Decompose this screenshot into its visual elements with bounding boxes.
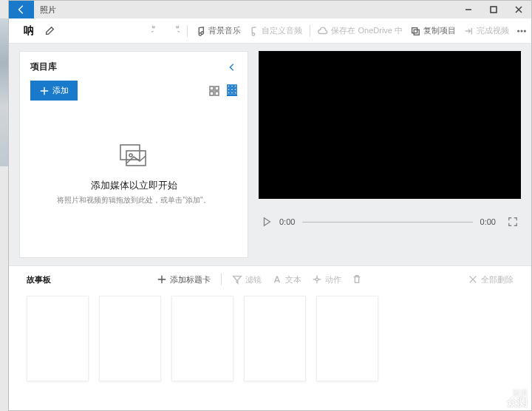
storyboard-card[interactable] <box>99 296 161 381</box>
delete-all-button[interactable]: 全部删除 <box>468 274 514 285</box>
plus-icon <box>39 86 50 96</box>
library-empty-state: 添加媒体以立即开始 将照片和视频剪辑拖放到此处，或单击"添加"。 <box>30 101 237 248</box>
empty-subtitle: 将照片和视频剪辑拖放到此处，或单击"添加"。 <box>57 195 210 206</box>
text-button[interactable]: 文本 <box>272 274 301 285</box>
app-title: 照片 <box>40 4 56 16</box>
svg-rect-6 <box>210 86 214 90</box>
copy-icon <box>410 26 420 36</box>
svg-rect-2 <box>414 30 419 35</box>
collapse-button[interactable] <box>227 62 237 72</box>
fullscreen-button[interactable] <box>508 217 518 227</box>
storyboard-card[interactable] <box>316 296 378 381</box>
add-button[interactable]: 添加 <box>30 81 78 101</box>
more-icon <box>516 26 527 36</box>
svg-rect-14 <box>231 88 233 90</box>
view-large-button[interactable] <box>209 86 219 96</box>
storyboard-panel: 故事板 添加标题卡 滤镜 文本 动作 全部删除 <box>9 265 531 410</box>
svg-point-21 <box>129 154 132 157</box>
redo-button[interactable] <box>169 26 180 36</box>
titlebar: 照片 <box>9 1 531 18</box>
delete-button[interactable] <box>352 274 362 285</box>
svg-rect-8 <box>210 92 214 95</box>
save-onedrive-button[interactable]: 保存在 OneDrive 中 <box>318 25 403 36</box>
svg-rect-9 <box>215 92 219 95</box>
filter-button[interactable]: 滤镜 <box>232 274 262 285</box>
storyboard-cards <box>27 296 514 381</box>
svg-rect-17 <box>231 92 233 94</box>
finish-video-button[interactable]: 完成视频 <box>463 25 509 36</box>
total-time: 0:00 <box>480 217 496 226</box>
svg-rect-11 <box>231 85 233 87</box>
body: 项目库 添加 添加媒体以立即开始 将照片和视频剪辑拖放 <box>9 44 531 410</box>
player-controls: 0:00 0:00 <box>259 217 521 227</box>
back-button[interactable] <box>9 1 34 18</box>
storyboard-title: 故事板 <box>27 274 51 285</box>
cloud-icon <box>318 26 328 36</box>
library-panel: 项目库 添加 添加媒体以立即开始 将照片和视频剪辑拖放 <box>19 51 248 258</box>
add-title-card-button[interactable]: 添加标题卡 <box>157 274 211 285</box>
storyboard-card[interactable] <box>171 296 233 381</box>
copy-project-button[interactable]: 复制项目 <box>410 25 456 36</box>
toolbar: 呐 背景音乐 自定义音频 保存在 OneDrive 中 复制项目 完成视频 <box>9 18 531 44</box>
music-icon <box>195 26 205 36</box>
svg-rect-1 <box>412 27 417 33</box>
separator <box>221 274 222 285</box>
svg-rect-13 <box>228 88 230 90</box>
trash-icon <box>352 274 362 285</box>
svg-point-3 <box>518 30 519 32</box>
svg-rect-15 <box>234 88 236 90</box>
storyboard-card[interactable] <box>27 296 89 381</box>
minimize-button[interactable] <box>456 1 481 18</box>
svg-rect-10 <box>228 85 230 87</box>
project-name: 呐 <box>24 24 34 38</box>
media-icon <box>119 143 149 171</box>
svg-rect-12 <box>234 85 236 87</box>
svg-rect-19 <box>120 145 140 160</box>
separator <box>310 25 310 37</box>
svg-rect-16 <box>228 92 230 94</box>
close-button[interactable] <box>506 1 531 18</box>
library-title: 项目库 <box>30 61 57 73</box>
maximize-button[interactable] <box>481 1 506 18</box>
preview-panel: 0:00 0:00 <box>259 51 521 258</box>
close-icon <box>468 274 478 285</box>
svg-point-5 <box>525 30 526 32</box>
upper-section: 项目库 添加 添加媒体以立即开始 将照片和视频剪辑拖放 <box>9 44 531 265</box>
svg-rect-18 <box>234 92 236 94</box>
export-icon <box>463 26 474 36</box>
svg-rect-7 <box>215 86 219 90</box>
seek-bar[interactable] <box>302 222 472 223</box>
motion-icon <box>312 274 322 285</box>
empty-title: 添加媒体以立即开始 <box>91 179 177 192</box>
undo-button[interactable] <box>151 26 162 36</box>
app-window: 照片 呐 背景音乐 自定义音频 保存在 OneDrive 中 复制项目 完成视频 <box>8 0 532 411</box>
storyboard-card[interactable] <box>244 296 306 381</box>
watermark: 新浪 众测 <box>507 389 528 408</box>
separator <box>187 25 188 37</box>
svg-rect-0 <box>491 7 497 13</box>
view-small-button[interactable] <box>227 86 237 96</box>
text-icon <box>272 274 282 285</box>
filter-icon <box>232 274 242 285</box>
play-button[interactable] <box>262 217 272 227</box>
motion-button[interactable]: 动作 <box>312 274 341 285</box>
audio-icon <box>248 26 259 36</box>
bgm-button[interactable]: 背景音乐 <box>195 25 241 36</box>
plus-icon <box>157 274 167 285</box>
svg-point-4 <box>521 30 522 32</box>
video-preview[interactable] <box>259 51 521 199</box>
edit-name-button[interactable] <box>44 26 55 36</box>
current-time: 0:00 <box>279 217 295 226</box>
more-button[interactable] <box>516 26 527 36</box>
custom-audio-button[interactable]: 自定义音频 <box>248 25 302 36</box>
